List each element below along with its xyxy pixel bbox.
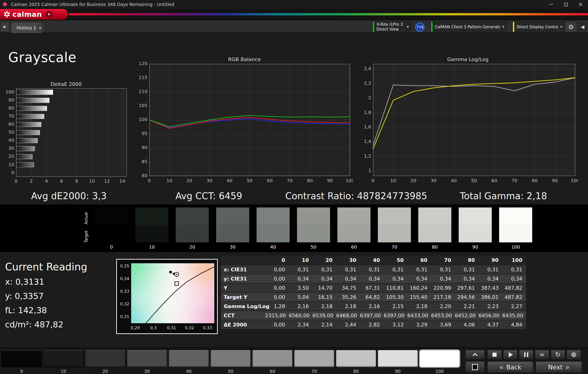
pattern-level-button-20[interactable] (85, 350, 126, 367)
grayscale-swatch-100: 100 (499, 207, 532, 250)
pattern-level-button-80[interactable] (336, 350, 376, 367)
swatch-level-label: 50 (311, 244, 316, 250)
row-label: Gamma Log/Log (221, 302, 265, 311)
grayscale-swatch-40: 40 (257, 207, 290, 250)
pattern-generator-label: CalMAN Client 3 Pattern Generator (432, 25, 500, 29)
table-row-target-y: Target Y0,005,0416,1535,2664,82105,30155… (221, 292, 526, 302)
display-control-chevron: ▼ (558, 22, 564, 32)
table-cell: 0,31 (431, 265, 455, 274)
collapse-panel-button[interactable]: ◀ (578, 22, 587, 32)
current-reading-cdm2: cd/m²: 487,82 (5, 320, 63, 329)
pattern-level-label: 30 (144, 369, 150, 374)
pattern-level-button-40[interactable] (168, 350, 209, 367)
reading-count-badge: 719 (415, 22, 424, 32)
pattern-level-button-70[interactable] (294, 350, 335, 367)
pattern-window-button[interactable] (465, 361, 485, 373)
pattern-level-button-50[interactable] (210, 350, 251, 367)
gamma-chart (358, 62, 578, 185)
pause-button[interactable] (519, 350, 533, 360)
table-cell: 2,27 (502, 302, 526, 311)
table-cell: 2,18 (408, 302, 431, 311)
pattern-level-button-0[interactable] (1, 350, 42, 367)
table-cell: 0,34 (360, 274, 384, 283)
col-header-50: 50 (384, 256, 407, 265)
scroll-up-button[interactable] (465, 350, 485, 360)
calman-menu-button[interactable]: calman ▼ (0, 9, 68, 20)
table-cell: 2,18 (336, 302, 360, 311)
play-button[interactable] (503, 350, 517, 360)
stop-button[interactable] (487, 350, 502, 360)
pattern-level-cell-0: 0 (1, 350, 42, 374)
table-cell: 64,82 (360, 292, 384, 302)
swatch-level-label: 70 (391, 244, 397, 250)
next-button[interactable]: Next » (536, 361, 582, 373)
actual-row-label: Actual (84, 208, 88, 229)
chevron-down-icon: ▼ (560, 25, 562, 29)
back-button[interactable]: « Back (487, 361, 533, 373)
pattern-level-cell-90: 90 (378, 350, 418, 374)
table-cell: 2,16 (289, 302, 312, 311)
calman-app: Calman 2025 Calman Ultimate for Business… (0, 0, 588, 374)
pattern-level-cell-100: 100 (420, 350, 460, 374)
pause-icon (527, 353, 528, 357)
meter-status-button[interactable] (567, 350, 581, 360)
calman-menu-chevron[interactable]: ▼ (45, 11, 52, 18)
history-expand-button[interactable]: ▶ (1, 22, 9, 31)
pattern-level-label: 60 (270, 369, 275, 374)
pattern-level-button-100[interactable] (420, 350, 460, 367)
row-label: CCT (221, 311, 265, 320)
pattern-level-button-10[interactable] (43, 350, 84, 367)
swatch-level-label: 0 (110, 244, 113, 250)
table-cell: 6397,00 (360, 311, 384, 320)
window-title: Calman 2025 Calman Ultimate for Business… (11, 2, 174, 7)
row-label: y: CIE31 (221, 274, 265, 283)
grayscale-swatch-band: Actual Target 0102030405060708090100 (0, 204, 588, 252)
continuous-read-button[interactable]: ∞ (535, 350, 549, 360)
loop-button[interactable]: ↻ (551, 350, 565, 360)
col-header-60: 60 (408, 256, 431, 265)
table-cell: 3,50 (289, 283, 312, 292)
col-header-90: 90 (478, 256, 502, 265)
table-cell: 2,23 (478, 302, 502, 311)
table-cell: 2,20 (431, 302, 455, 311)
close-button[interactable]: × (573, 0, 588, 9)
swatch-patch (378, 207, 411, 242)
pattern-level-label: 40 (186, 369, 191, 374)
grayscale-swatch-90: 90 (459, 207, 492, 250)
stop-icon (493, 353, 497, 357)
play-icon (509, 352, 513, 357)
table-cell: 14,70 (313, 283, 336, 292)
swatch-target-half (216, 225, 249, 242)
table-row-gamma-log-log: Gamma Log/Log1,282,162,182,182,162,152,1… (221, 302, 526, 311)
swatch-patch (216, 207, 249, 242)
pattern-level-label: 80 (353, 369, 359, 374)
display-control-dropdown[interactable]: Direct Display Control ▼ (513, 21, 565, 32)
pattern-level-button-30[interactable] (127, 350, 167, 367)
minimize-button[interactable] (544, 0, 559, 9)
collapse-arrow-icon: ◀ (581, 24, 584, 30)
add-tab-button[interactable]: + (37, 24, 44, 31)
swatch-actual-half (176, 207, 209, 225)
pattern-generator-dropdown[interactable]: CalMAN Client 3 Pattern Generator ▼ (431, 21, 507, 32)
table-cell: 0,34 (313, 274, 336, 283)
main-content: Grayscale DeltaE 2000 RGB Balance Gamma … (0, 33, 588, 348)
target-row-label: Target (84, 226, 88, 247)
maximize-button[interactable] (559, 0, 573, 9)
col-header-40: 40 (360, 256, 384, 265)
settings-button[interactable]: ⚙ (566, 22, 577, 32)
swatch-row: 0102030405060708090100 (95, 207, 532, 250)
tab-bar: ▶ History 1 + X-Rite i1Pro 3 Direct View… (0, 20, 588, 33)
next-chevrons-icon: » (565, 363, 569, 371)
pattern-level-button-60[interactable] (252, 350, 293, 367)
pattern-level-label: 10 (61, 369, 66, 374)
table-cell: 105,30 (384, 292, 407, 302)
meter-dropdown[interactable]: X-Rite i1Pro 3 Direct View ▼ (373, 21, 411, 32)
table-cell: 0,34 (431, 274, 455, 283)
meter-dropdown-chevron: ▼ (404, 22, 411, 32)
chevron-down-icon: ▼ (48, 13, 50, 16)
swatch-patch (418, 207, 451, 242)
grayscale-swatch-20: 20 (176, 207, 209, 250)
grayscale-swatch-30: 30 (216, 207, 249, 250)
pattern-level-cell-50: 50 (210, 350, 251, 374)
pattern-level-button-90[interactable] (378, 350, 418, 367)
